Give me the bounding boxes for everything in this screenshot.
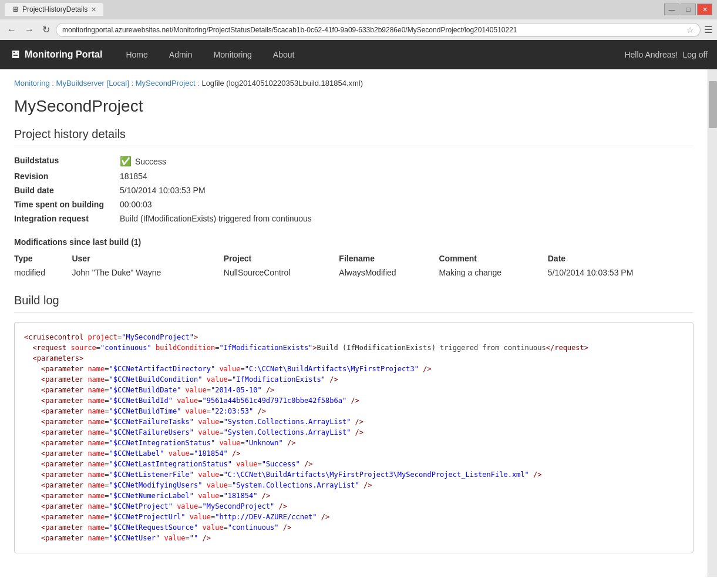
reload-button[interactable]: ↻ — [40, 23, 52, 36]
detail-label-builddate: Build date — [14, 186, 120, 195]
log-line-20: <parameter name="$CCNetUser" value="" /> — [24, 533, 684, 543]
success-icon: ✅ — [120, 156, 132, 167]
detail-value-builddate: 5/10/2014 10:03:53 PM — [120, 186, 206, 195]
nav-home[interactable]: Home — [116, 45, 157, 64]
log-line-19: <parameter name="$CCNetRequestSource" va… — [24, 522, 684, 533]
address-bar: ← → ↻ monitoringportal.azurewebsites.net… — [0, 19, 717, 40]
greeting-text: Hello Andreas! — [624, 50, 678, 59]
modifications-title: Modifications since last build (1) — [14, 237, 694, 247]
detail-value-revision: 181854 — [120, 172, 147, 181]
col-type: Type — [14, 251, 72, 266]
breadcrumb-monitoring[interactable]: Monitoring — [14, 79, 50, 88]
log-line-11: <parameter name="$CCNetIntegrationStatus… — [24, 438, 684, 448]
detail-row-builddate: Build date 5/10/2014 10:03:53 PM — [14, 186, 694, 195]
nav-right: Hello Andreas! Log off — [624, 50, 708, 59]
table-row: modified John "The Duke" Wayne NullSourc… — [14, 266, 694, 280]
nav-admin[interactable]: Admin — [160, 45, 202, 64]
cell-date: 5/10/2014 10:03:53 PM — [548, 266, 694, 280]
modifications-section: Modifications since last build (1) Type … — [14, 237, 694, 280]
table-header-row: Type User Project Filename Comment Date — [14, 251, 694, 266]
detail-value-integration: Build (IfModificationExists) triggered f… — [120, 214, 312, 223]
modifications-table: Type User Project Filename Comment Date … — [14, 251, 694, 280]
log-line-4: <parameter name="$CCNetArtifactDirectory… — [24, 364, 684, 374]
window-controls: — □ ✕ — [664, 4, 712, 15]
log-line-5: <parameter name="$CCNetBuildCondition" v… — [24, 374, 684, 385]
logo-text: Monitoring Portal — [25, 49, 102, 60]
detail-label-integration: Integration request — [14, 214, 120, 223]
cell-project: NullSourceControl — [224, 266, 339, 280]
log-line-14: <parameter name="$CCNetListenerFile" val… — [24, 469, 684, 480]
title-bar: 🖥 ProjectHistoryDetails ✕ — □ ✕ — [0, 0, 717, 19]
log-line-17: <parameter name="$CCNetProject" value="M… — [24, 501, 684, 512]
nav-links: Home Admin Monitoring About — [116, 45, 304, 64]
log-line-1: <cruisecontrol project="MySecondProject"… — [24, 332, 684, 342]
log-line-8: <parameter name="$CCNetBuildTime" value=… — [24, 406, 684, 416]
log-line-16: <parameter name="$CCNetNumericLabel" val… — [24, 490, 684, 501]
col-comment: Comment — [439, 251, 547, 266]
page-wrapper: Monitoring : MyBuildserver [Local] : MyS… — [0, 69, 717, 577]
log-box[interactable]: <cruisecontrol project="MySecondProject"… — [14, 322, 694, 553]
col-user: User — [72, 251, 223, 266]
build-log-title: Build log — [14, 294, 694, 313]
log-line-3: <parameters> — [24, 353, 684, 364]
buildstatus-text: Success — [135, 157, 166, 166]
nav-about[interactable]: About — [264, 45, 304, 64]
tab-title: ProjectHistoryDetails — [22, 5, 87, 14]
cell-comment: Making a change — [439, 266, 547, 280]
nav-monitoring[interactable]: Monitoring — [204, 45, 261, 64]
nav-bar: 🖥 Monitoring Portal Home Admin Monitorin… — [0, 40, 717, 69]
minimize-button[interactable]: — — [664, 4, 679, 15]
detail-row-timespent: Time spent on building 00:00:03 — [14, 200, 694, 209]
col-date: Date — [548, 251, 694, 266]
breadcrumb-project[interactable]: MySecondProject — [136, 79, 196, 88]
tab-icon: 🖥 — [12, 5, 19, 14]
cell-type: modified — [14, 266, 72, 280]
log-line-2: <request source="continuous" buildCondit… — [24, 342, 684, 353]
logout-link[interactable]: Log off — [682, 50, 708, 59]
page-title: MySecondProject — [14, 97, 694, 116]
browser-menu-icon[interactable]: ☰ — [704, 24, 712, 35]
cell-user: John "The Duke" Wayne — [72, 266, 223, 280]
log-line-13: <parameter name="$CCNetLastIntegrationSt… — [24, 459, 684, 469]
log-line-15: <parameter name="$CCNetModifyingUsers" v… — [24, 480, 684, 490]
back-button[interactable]: ← — [5, 23, 19, 36]
breadcrumb-current: Logfile (log20140510220353Lbuild.181854.… — [201, 79, 363, 88]
nav-logo: 🖥 Monitoring Portal — [9, 49, 102, 61]
log-line-18: <parameter name="$CCNetProjectUrl" value… — [24, 512, 684, 522]
col-filename: Filename — [339, 251, 439, 266]
url-box[interactable]: monitoringportal.azurewebsites.net/Monit… — [56, 23, 701, 37]
detail-label-timespent: Time spent on building — [14, 200, 120, 209]
detail-value-buildstatus: ✅ Success — [120, 156, 166, 167]
detail-label-buildstatus: Buildstatus — [14, 156, 120, 165]
log-line-7: <parameter name="$CCNetBuildId" value="9… — [24, 395, 684, 406]
forward-button[interactable]: → — [22, 23, 36, 36]
log-line-9: <parameter name="$CCNetFailureTasks" val… — [24, 416, 684, 427]
maximize-button[interactable]: □ — [681, 4, 696, 15]
cell-filename: AlwaysModified — [339, 266, 439, 280]
close-button[interactable]: ✕ — [697, 4, 712, 15]
section-title: Project history details — [14, 127, 694, 146]
details-section: Project history details Buildstatus ✅ Su… — [14, 127, 694, 223]
breadcrumb: Monitoring : MyBuildserver [Local] : MyS… — [14, 79, 694, 88]
url-text: monitoringportal.azurewebsites.net/Monit… — [62, 26, 517, 34]
browser-tab[interactable]: 🖥 ProjectHistoryDetails ✕ — [5, 3, 103, 16]
log-line-12: <parameter name="$CCNetLabel" value="181… — [24, 448, 684, 459]
log-line-6: <parameter name="$CCNetBuildDate" value=… — [24, 385, 684, 395]
tab-close-button[interactable]: ✕ — [91, 6, 96, 14]
detail-row-revision: Revision 181854 — [14, 172, 694, 181]
logo-icon: 🖥 — [9, 49, 20, 61]
build-log-section: Build log <cruisecontrol project="MySeco… — [14, 294, 694, 553]
detail-row-buildstatus: Buildstatus ✅ Success — [14, 156, 694, 167]
log-line-10: <parameter name="$CCNetFailureUsers" val… — [24, 427, 684, 438]
breadcrumb-buildserver[interactable]: MyBuildserver [Local] — [56, 79, 129, 88]
col-project: Project — [224, 251, 339, 266]
detail-value-timespent: 00:00:03 — [120, 200, 152, 209]
scrollbar-thumb[interactable] — [709, 81, 717, 128]
detail-row-integration: Integration request Build (IfModificatio… — [14, 214, 694, 223]
bookmark-icon[interactable]: ☆ — [686, 25, 694, 35]
main-content: Monitoring : MyBuildserver [Local] : MyS… — [0, 69, 708, 577]
detail-label-revision: Revision — [14, 172, 120, 181]
scrollbar[interactable] — [708, 69, 717, 577]
